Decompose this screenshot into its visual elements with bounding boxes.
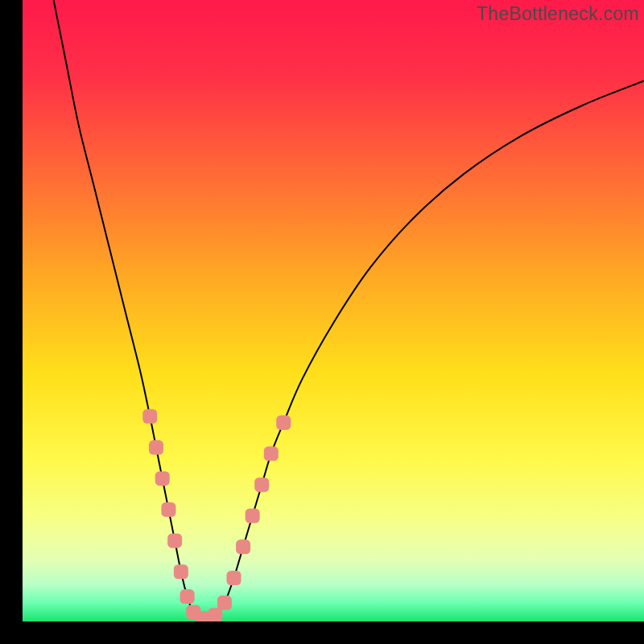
data-marker	[174, 564, 188, 579]
watermark-text: TheBottleneck.com	[477, 3, 639, 25]
data-marker	[264, 447, 279, 461]
data-marker	[180, 589, 195, 604]
data-marker	[167, 534, 182, 548]
data-marker	[208, 608, 222, 621]
chart-frame: TheBottleneck.com	[23, 0, 644, 621]
data-marker	[155, 471, 170, 485]
data-marker	[217, 596, 232, 610]
data-marker	[226, 571, 241, 585]
data-marker	[149, 440, 163, 455]
chart-background	[23, 0, 644, 621]
data-marker	[236, 539, 250, 554]
data-marker	[142, 409, 157, 423]
data-marker	[196, 611, 210, 621]
chart-svg	[23, 0, 644, 621]
data-marker	[246, 509, 260, 523]
data-marker	[161, 502, 175, 517]
data-marker	[276, 415, 291, 430]
data-marker	[254, 477, 269, 492]
